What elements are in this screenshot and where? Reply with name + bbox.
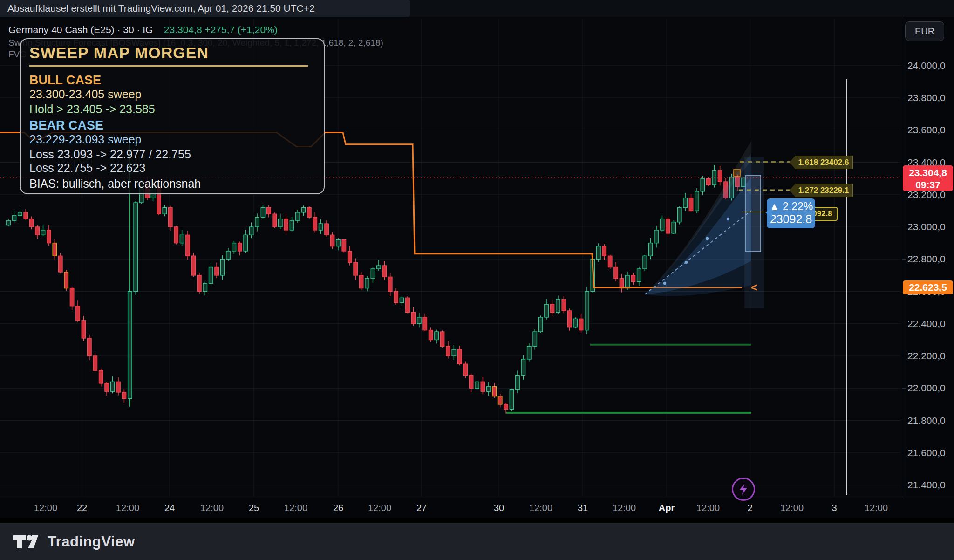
price-axis-tick (902, 259, 906, 260)
time-axis-label: 2 (747, 503, 752, 513)
bear-loss-target-2: Loss 22.755 -> 22.623 (29, 161, 146, 175)
time-axis-label: 12:00 (284, 503, 307, 513)
time-axis-label: Apr (659, 503, 675, 513)
price-axis-tick (902, 130, 906, 130)
time-axis-label: 12:00 (696, 503, 720, 513)
price-axis-tick (902, 163, 906, 163)
price-axis-label: 22.200,0 (907, 350, 946, 362)
price-axis-tick (902, 421, 906, 421)
price-axis-tick (902, 195, 906, 195)
flash-icon[interactable] (732, 478, 755, 501)
time-axis-label: 30 (494, 503, 504, 513)
time-axis-label: 12:00 (529, 503, 552, 513)
time-axis-label: 12:00 (613, 503, 636, 513)
time-axis-label: 25 (249, 503, 259, 513)
bear-case-header: BEAR CASE (29, 118, 103, 133)
time-axis-label: 12:00 (780, 503, 804, 513)
time-axis-label: 12:00 (34, 503, 57, 513)
bull-case-header: BULL CASE (29, 73, 101, 88)
price-axis-tick (902, 324, 906, 324)
symbol-title: Germany 40 Cash (E25) · 30 · IG (8, 24, 153, 35)
price-axis-tick (902, 66, 906, 66)
symbol-values: 23.304,8 +275,7 (+1,20%) (164, 24, 278, 35)
price-axis-tick (902, 453, 906, 453)
price-axis-label: 21.400,0 (907, 479, 946, 491)
profile-anchor-line (846, 79, 847, 495)
bottom-gap (0, 518, 954, 523)
time-axis-label: 3 (831, 503, 837, 513)
price-axis-tick (902, 227, 906, 227)
price-axis-label: 22.800,0 (907, 253, 946, 265)
time-axis-label: 31 (578, 503, 588, 513)
time-axis-label: 12:00 (865, 503, 888, 513)
export-attribution-text: Absaufklausel erstellt mit TradingView.c… (7, 3, 315, 14)
bull-sweep-range: 23.300-23.405 sweep (29, 88, 141, 101)
bias-line: BIAS: bullisch, aber reaktionsnah (29, 177, 201, 191)
last-price: 23.304,8 (903, 167, 953, 178)
price-axis-tick (902, 485, 906, 485)
forecast-callout[interactable]: ▲ 2.22% 23092.8 (767, 198, 815, 228)
time-axis-label: 26 (333, 503, 343, 513)
lightning-bolt-icon (738, 483, 749, 495)
time-axis-label: 12:00 (368, 503, 391, 513)
time-axis-label: 27 (416, 503, 427, 513)
sweep-map-panel[interactable]: SWEEP MAP MORGEN BULL CASE 23.300-23.405… (20, 38, 325, 194)
fib-1618-label[interactable]: 1.618 23402.6 (790, 156, 853, 169)
time-axis-label: 12:00 (116, 503, 139, 513)
last-price-label: 23.304,8 09:37 (903, 165, 953, 191)
forecast-percent: ▲ 2.22% (767, 200, 815, 212)
panel-title: SWEEP MAP MORGEN (29, 44, 209, 62)
bull-hold-target: Hold > 23.405 -> 23.585 (29, 102, 155, 116)
symbol-legend[interactable]: Germany 40 Cash (E25) · 30 · IG 23.304,8… (8, 24, 278, 35)
price-axis-label: 24.000,0 (907, 60, 946, 71)
bar-countdown: 09:37 (903, 179, 953, 191)
time-axis-label: 24 (164, 503, 175, 513)
price-axis-label: 23.800,0 (907, 92, 946, 103)
price-axis-tick (902, 356, 906, 356)
price-axis-label: 22.000,0 (907, 382, 946, 394)
panel-divider (29, 65, 308, 67)
time-axis[interactable] (0, 498, 954, 519)
top-bar: Absaufklausel erstellt mit TradingView.c… (0, 0, 954, 17)
price-axis-label: 22.400,0 (907, 318, 946, 329)
poc-price-label: 22.623,5 (903, 280, 953, 294)
time-axis-label: 22 (77, 503, 87, 513)
price-axis-label: 23.000,0 (907, 221, 946, 232)
price-axis-label: 21.800,0 (907, 415, 946, 426)
time-axis-label: 12:00 (200, 503, 224, 513)
bear-loss-target-1: Loss 23.093 -> 22.977 / 22.755 (29, 148, 191, 161)
fib-1272-label[interactable]: 1.272 23229.1 (790, 184, 853, 197)
price-axis-tick (902, 98, 906, 98)
tradingview-logo[interactable]: TradingView (12, 533, 135, 550)
forecast-price: 23092.8 (767, 212, 815, 226)
price-axis-tick (902, 388, 906, 389)
tradingview-wordmark: TradingView (48, 533, 135, 550)
tradingview-mark-icon (12, 533, 41, 550)
bear-sweep-range: 23.229-23.093 sweep (29, 133, 141, 146)
currency-button[interactable]: EUR (905, 21, 944, 41)
price-axis-label: 23.600,0 (907, 124, 946, 136)
footer-bar: TradingView (0, 523, 954, 560)
price-axis-label: 21.600,0 (907, 447, 946, 458)
